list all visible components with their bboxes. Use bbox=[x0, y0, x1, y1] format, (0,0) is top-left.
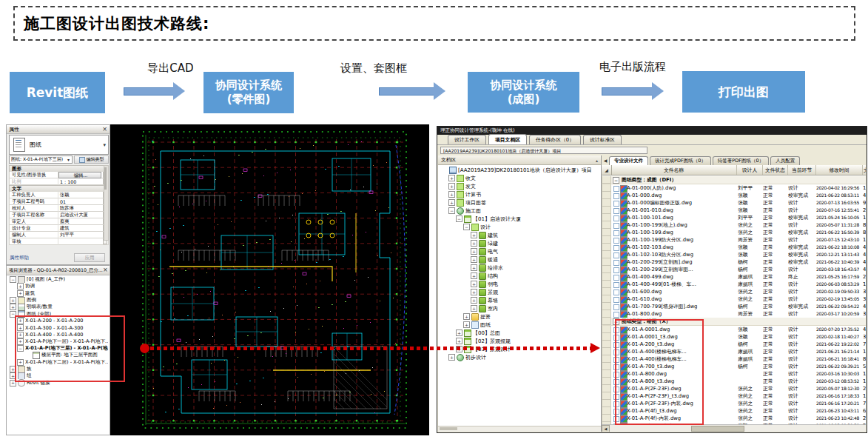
expand-icon[interactable]: + bbox=[471, 289, 477, 295]
row-checkbox[interactable] bbox=[613, 312, 619, 318]
document-tree-item[interactable]: +室内 bbox=[440, 304, 599, 312]
table-row[interactable]: A-01-100-199.dwg张药之正常校审完成2021-06-22 16:5… bbox=[602, 229, 866, 236]
collapse-icon[interactable]: − bbox=[613, 177, 619, 184]
project-browser-item[interactable]: −[0] 视图 (A_工作) bbox=[8, 276, 108, 283]
row-checkbox[interactable] bbox=[613, 245, 619, 251]
document-tree-item[interactable]: +电气 bbox=[440, 247, 599, 255]
row-checkbox[interactable] bbox=[613, 223, 619, 229]
row-checkbox[interactable] bbox=[613, 260, 619, 266]
expand-icon[interactable]: + bbox=[471, 305, 477, 312]
row-checkbox[interactable] bbox=[613, 230, 619, 236]
properties-scrollbar[interactable] bbox=[104, 165, 109, 241]
row-checkbox[interactable] bbox=[613, 297, 619, 303]
document-tree-item[interactable]: +【00】总图 bbox=[440, 329, 599, 337]
collapse-icon[interactable]: − bbox=[448, 207, 455, 214]
table-group-row[interactable]: −图纸类型：成图（DFI） bbox=[602, 176, 866, 184]
row-checkbox[interactable] bbox=[613, 267, 619, 273]
scroll-left-icon[interactable]: ◀ bbox=[602, 425, 610, 432]
scrollbar-thumb[interactable] bbox=[691, 426, 744, 432]
document-tree-item[interactable]: +绿建 bbox=[440, 239, 599, 247]
subtab-设计完成PDF图纸（0）[interactable]: 设计完成PDF图纸（0） bbox=[650, 156, 711, 165]
tab-项目文档区[interactable]: 项目文档区 bbox=[488, 134, 527, 144]
expand-icon[interactable]: + bbox=[448, 183, 455, 190]
expand-icon[interactable]: + bbox=[10, 304, 16, 310]
document-tree-item[interactable]: +发文 bbox=[440, 182, 599, 190]
table-row[interactable]: A-01-000编标图修正版.dwg张颖正常设计2020-07-13 16:03… bbox=[602, 199, 866, 207]
row-checkbox[interactable] bbox=[613, 186, 619, 192]
collapse-icon[interactable]: ▴ bbox=[596, 158, 598, 163]
expand-icon[interactable]: + bbox=[456, 338, 462, 344]
document-tree-item[interactable]: +初步设计 bbox=[440, 353, 599, 361]
table-row[interactable]: A-01-600.dwg张药之正常设计2020-02-19 09:50:333 bbox=[602, 288, 866, 295]
document-tree-item[interactable]: +计算书 bbox=[440, 190, 599, 198]
project-browser-item[interactable]: +明细表/数量 bbox=[8, 304, 108, 310]
tab-设计标准区[interactable]: 设计标准区 bbox=[583, 135, 622, 144]
subtab-人员配置[interactable]: 人员配置 bbox=[770, 156, 800, 165]
close-icon[interactable]: × bbox=[103, 267, 108, 273]
expand-icon[interactable]: + bbox=[17, 290, 24, 297]
document-tree-item[interactable]: +弱电 bbox=[440, 280, 599, 288]
table-row[interactable]: A-01-000(人防).dwg刘平平正常设计2020-04-02 16:29:… bbox=[602, 184, 866, 192]
row-checkbox[interactable] bbox=[613, 208, 619, 214]
column-header-2[interactable]: 设计人 bbox=[737, 165, 763, 175]
table-row[interactable]: A-01-000.dwg张颖正常校审完成2021-06-22 08:53:114… bbox=[602, 192, 866, 199]
row-checkbox[interactable] bbox=[613, 201, 619, 207]
document-tree-item[interactable]: +结构 bbox=[440, 272, 599, 280]
project-browser-item[interactable]: +图例 bbox=[8, 297, 108, 304]
expand-icon[interactable]: + bbox=[471, 256, 477, 263]
document-tree-item[interactable]: +提资 bbox=[440, 312, 599, 321]
collapse-icon[interactable]: − bbox=[463, 224, 470, 230]
table-row[interactable]: A-01-102-103.dwg张颖正常校审完成2021-06-22 18:10… bbox=[602, 244, 866, 251]
expand-icon[interactable]: + bbox=[471, 272, 477, 279]
type-selector[interactable]: 图纸 ▾ bbox=[9, 135, 109, 155]
document-tree-item[interactable]: −施工图 bbox=[440, 207, 599, 215]
table-row[interactable]: A-01-610.dwg张药之正常设计2020-02-19 13:45:053 bbox=[602, 295, 866, 303]
column-header-1[interactable]: 文件名称 bbox=[611, 165, 737, 175]
document-tree-item[interactable]: +项目图签 bbox=[440, 198, 599, 207]
expand-icon[interactable]: + bbox=[448, 191, 455, 198]
expand-icon[interactable]: + bbox=[463, 321, 470, 328]
document-tree-item[interactable]: +【02】景观报规 bbox=[440, 337, 599, 345]
row-checkbox[interactable] bbox=[613, 275, 619, 281]
expand-icon[interactable]: + bbox=[448, 199, 455, 206]
expand-icon[interactable]: + bbox=[471, 240, 477, 247]
table-row[interactable]: A-01-200-299[立剖面].dwg杨柯正常校审完成2021-06-22 … bbox=[602, 258, 866, 266]
table-row[interactable]: A-01-001-010.dwg张颖正常设计2020-07-16 12:55:4… bbox=[602, 207, 866, 214]
table-row[interactable]: A-01-800.dwg周景资正常设计2020-03-17 10:20:593 bbox=[602, 310, 866, 318]
edit-button[interactable]: 编辑... bbox=[58, 172, 101, 178]
project-browser-item[interactable]: +建筑 bbox=[8, 290, 108, 297]
properties-help-link[interactable]: 属性帮助 bbox=[10, 255, 29, 261]
close-icon[interactable]: × bbox=[102, 127, 107, 133]
document-tree-item[interactable]: +景观 bbox=[440, 288, 599, 296]
row-checkbox[interactable] bbox=[613, 215, 619, 221]
expand-icon[interactable]: + bbox=[17, 283, 24, 290]
document-tree-item[interactable]: [AA2019A239]DK20180101地块（启迪设计大厦）项目 bbox=[440, 166, 599, 174]
tab-设计工作区[interactable]: 设计工作区 bbox=[448, 135, 486, 144]
expand-icon[interactable]: + bbox=[471, 297, 477, 304]
table-row[interactable]: A-01-100-199(地上).dwg张药之正常设计2020-05-07 11… bbox=[602, 221, 866, 229]
expand-icon[interactable]: + bbox=[448, 354, 455, 361]
tab-scroll-left-icon[interactable]: ◀ bbox=[602, 158, 609, 163]
project-breadcrumb[interactable]: [AA2019AA239]DK20180101地块（启迪设计大厦）项目 bbox=[440, 147, 647, 154]
collapse-icon[interactable]: − bbox=[456, 215, 462, 222]
tree-hscrollbar[interactable] bbox=[438, 426, 601, 432]
expand-icon[interactable]: + bbox=[463, 313, 470, 320]
subtab-专业设计文件[interactable]: 专业设计文件 bbox=[609, 156, 648, 165]
table-hscrollbar[interactable]: ◀ bbox=[602, 424, 866, 432]
apply-button[interactable]: 应用 bbox=[74, 253, 105, 262]
table-row[interactable]: A-01-100-199防火分区.dwg周景资正常设计2020-07-15 12… bbox=[602, 236, 866, 244]
collapse-icon[interactable]: − bbox=[10, 276, 16, 283]
document-tree-item[interactable]: +给排水 bbox=[440, 264, 599, 272]
row-checkbox[interactable] bbox=[613, 193, 619, 199]
document-tree-item[interactable]: −设计 bbox=[440, 223, 599, 231]
table-row[interactable]: A-01-400-499.dwg康懿琪正常终止2021-05-25 16:17:… bbox=[602, 273, 866, 281]
table-row[interactable]: A-01-700-799[墙身详图].dwg杨柯正常校审完成2021-06-22… bbox=[602, 303, 866, 310]
project-browser-item[interactable]: +协调 bbox=[8, 283, 108, 290]
document-tree-item[interactable]: +暖通 bbox=[440, 255, 599, 264]
row-checkbox[interactable] bbox=[613, 290, 619, 295]
edit-type-button[interactable]: 编辑类型 bbox=[74, 155, 109, 164]
table-row[interactable]: A-01-102-103防火分区.dwg张颖正常校审完成2020-12-21 1… bbox=[602, 251, 866, 258]
document-tree-item[interactable]: +图纸 bbox=[440, 321, 599, 329]
expand-icon[interactable]: + bbox=[10, 297, 16, 304]
column-header-5[interactable]: 修改时间 bbox=[816, 165, 863, 175]
